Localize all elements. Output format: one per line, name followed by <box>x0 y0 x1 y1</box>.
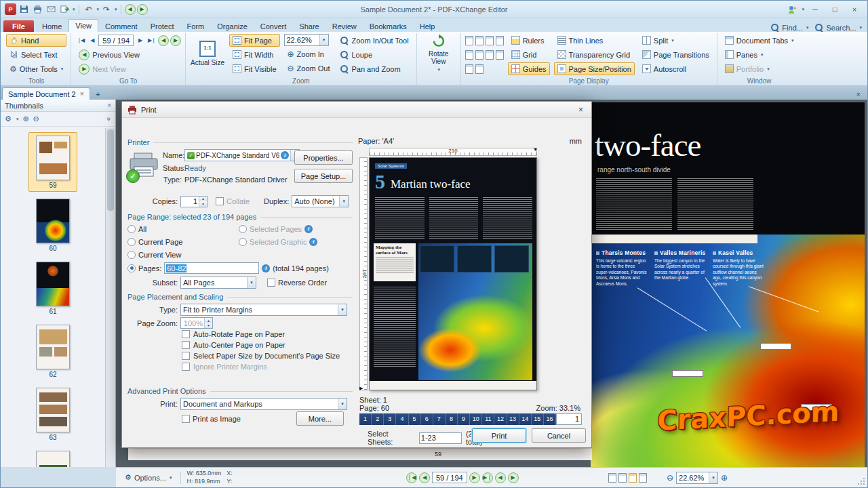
print-button[interactable]: Print <box>472 428 526 443</box>
copies-stepper[interactable]: 1▲▼ <box>180 196 208 207</box>
page-transitions-button[interactable]: Page Transitions <box>639 48 713 61</box>
email-icon[interactable] <box>45 3 57 16</box>
search-button[interactable]: Search...▾ <box>815 24 862 32</box>
sheet-cell[interactable]: 9 <box>458 413 470 425</box>
minimize-button[interactable]: ─ <box>806 3 824 16</box>
tab-comment[interactable]: Comment <box>99 20 144 32</box>
page-layout-icon[interactable] <box>475 64 484 74</box>
zoom-in-button[interactable]: ⊕Zoom In <box>284 47 334 60</box>
transparency-grid-toggle[interactable]: Transparency Grid <box>554 48 635 61</box>
zoom-out-button[interactable]: ⊖Zoom Out <box>284 62 334 75</box>
page-zoom-stepper[interactable]: 100%▲▼ <box>180 317 213 329</box>
page-setup-button[interactable]: Page Setup... <box>294 169 353 183</box>
portfolio-button[interactable]: Portfolio▾ <box>722 62 797 75</box>
thumbnail-page-60[interactable]: 60 <box>28 195 77 255</box>
sheet-cell[interactable]: 7 <box>433 413 446 425</box>
actual-size-button[interactable]: 1:1Actual Size <box>190 34 225 73</box>
sheet-cell[interactable]: 15 <box>532 413 544 425</box>
options-button[interactable]: ⚙Options...▾ <box>121 471 175 484</box>
redo-dropdown-icon[interactable]: ▾ <box>115 7 117 12</box>
resize-grip[interactable] <box>856 476 866 486</box>
tab-organize[interactable]: Organize <box>211 20 254 32</box>
loupe-button[interactable]: Loupe <box>337 48 412 61</box>
print-content-select[interactable]: Document and Markups▾ <box>180 398 347 410</box>
previous-view-button[interactable]: ◀Previous View <box>75 48 181 61</box>
first-page-button[interactable]: ❘◀ <box>75 35 85 46</box>
thin-lines-toggle[interactable]: Thin Lines <box>554 34 635 47</box>
thumbnails-close-icon[interactable]: × <box>107 102 111 109</box>
tab-form[interactable]: Form <box>181 20 211 32</box>
zoom-in-thumbnails-icon[interactable]: ⊕ <box>22 115 28 123</box>
previous-page-button[interactable]: ◀ <box>87 35 97 46</box>
sheet-cell[interactable]: 14 <box>519 413 532 425</box>
print-as-image-checkbox[interactable]: Print as Image <box>182 415 241 423</box>
history-back-icon[interactable]: ◀ <box>125 4 136 15</box>
continuous-icon[interactable] <box>486 36 494 45</box>
fit-visible-button[interactable]: Fit Visible <box>229 62 279 75</box>
reverse-order-checkbox[interactable]: Reverse Order <box>267 279 327 287</box>
save-icon[interactable] <box>18 3 30 16</box>
panes-button[interactable]: Panes▾ <box>722 48 797 61</box>
sheet-cell[interactable]: 4 <box>396 413 408 425</box>
close-button[interactable]: × <box>846 3 863 16</box>
rulers-toggle[interactable]: Rulers <box>508 34 550 47</box>
tab-file[interactable]: File <box>3 20 34 32</box>
printer-name-select[interactable]: ✓ PDF-XChange Standard V6 i ▾ <box>184 149 300 161</box>
next-view-icon-button[interactable]: ▶ <box>170 35 181 46</box>
sheet-cell[interactable]: 8 <box>446 413 458 425</box>
placement-type-select[interactable]: Fit to Printer Margins▾ <box>180 304 347 316</box>
redo-icon[interactable]: ↷ <box>100 3 113 16</box>
sheet-cell[interactable]: 13 <box>507 413 519 425</box>
radio-current-view[interactable]: Current View <box>127 251 181 259</box>
duplex-select[interactable]: Auto (None)▾ <box>292 195 349 207</box>
document-tab[interactable]: Sample Document 2× <box>2 87 90 100</box>
pages-input[interactable]: 60-82 <box>164 262 259 274</box>
grid-toggle[interactable]: Grid <box>508 48 550 61</box>
split-button[interactable]: Split▾ <box>639 34 713 47</box>
session-user-icon[interactable] <box>787 3 799 16</box>
collapse-panel-icon[interactable]: » <box>106 117 113 121</box>
page-layout-icon[interactable] <box>475 50 484 60</box>
next-view-button[interactable]: ▶Next View <box>75 62 181 75</box>
zoom-level-select[interactable]: 22.62%▾ <box>676 472 718 484</box>
close-document-icon[interactable]: × <box>851 90 866 100</box>
autoscroll-button[interactable]: Autoscroll <box>639 62 713 75</box>
select-sheets-input[interactable]: 1-23 <box>419 432 462 444</box>
page-number-input[interactable]: 59/194 <box>432 472 467 483</box>
sheet-cell[interactable]: 2 <box>372 413 384 425</box>
sheet-cell[interactable]: 12 <box>494 413 507 425</box>
continuous-view-button[interactable] <box>618 473 627 483</box>
printer-info-icon[interactable]: i <box>281 151 289 159</box>
auto-center-checkbox[interactable]: Auto-Center Page on Paper <box>182 341 353 349</box>
tab-share[interactable]: Share <box>293 20 325 32</box>
page-layout-icon[interactable] <box>465 50 473 60</box>
sheet-cell[interactable]: 6 <box>421 413 433 425</box>
radio-selected-pages[interactable]: Selected Pagesi <box>239 225 313 233</box>
last-page-button[interactable]: ▶❘ <box>482 472 493 483</box>
radio-current-page[interactable]: Current Page <box>127 238 236 246</box>
thumbnail-page-59[interactable]: 59 <box>28 132 77 192</box>
subset-select[interactable]: All Pages▾ <box>180 277 256 289</box>
print-dialog-close-icon[interactable]: × <box>576 105 586 115</box>
thumbnail-page-64[interactable]: 64 <box>28 447 77 467</box>
spin-up-icon[interactable]: ▲ <box>199 197 207 202</box>
two-page-icon[interactable] <box>475 36 484 45</box>
guides-toggle[interactable]: Guides <box>508 62 550 75</box>
session-dropdown-icon[interactable]: ▾ <box>802 7 804 12</box>
spin-down-icon[interactable]: ▼ <box>199 201 207 207</box>
first-page-button[interactable]: ❘◀ <box>406 472 417 483</box>
page-number-input[interactable]: 59/194 <box>98 35 134 46</box>
undo-dropdown-icon[interactable]: ▾ <box>97 7 100 12</box>
spin-up-icon[interactable]: ▲ <box>205 318 212 323</box>
next-page-button[interactable]: ▶ <box>469 472 480 483</box>
info-icon[interactable]: i <box>309 238 317 246</box>
document-tab-close-icon[interactable]: × <box>80 90 84 98</box>
radio-all-pages[interactable]: All <box>127 225 236 233</box>
ignore-printer-margins-checkbox[interactable]: Ignore Printer Margins <box>182 363 353 371</box>
hand-tool-button[interactable]: Hand <box>6 34 66 47</box>
zoom-level-select[interactable]: 22.62%▾ <box>284 34 329 46</box>
export-dropdown-icon[interactable]: ▾ <box>73 7 75 12</box>
print-dialog-titlebar[interactable]: Print × <box>122 102 591 118</box>
zoom-out-icon[interactable]: ⊖ <box>667 474 673 482</box>
collate-checkbox[interactable]: Collate <box>216 197 250 205</box>
